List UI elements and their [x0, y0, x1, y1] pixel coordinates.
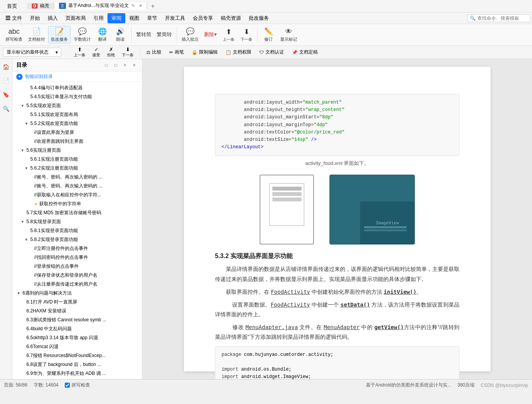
toc-item[interactable]: ▼5.6.2实现注册页面功能 [12, 164, 142, 173]
toc-item[interactable]: ▼5.8.2实现登录页面功能 [12, 235, 142, 244]
toc-item[interactable]: 6.4build 中文乱码问题 [12, 324, 142, 333]
menu-layout[interactable]: 页面布局 [62, 13, 90, 23]
showmark-button[interactable]: 👁 显示标记 [278, 27, 300, 43]
proofread-button[interactable]: 🔊 朗读 [112, 26, 129, 43]
charcount-button[interactable]: 💬 字数统计 [71, 26, 93, 43]
toc-item[interactable]: 6.7报错 Resources$NotFoundExcep... [12, 351, 142, 360]
toc-item[interactable]: 5.7实现 MD5 加密算法存储账号密码 [12, 208, 142, 217]
toc-item[interactable]: 5.6.1实现注册页面功能 [12, 155, 142, 164]
reject-button[interactable]: ✗ 拒绝 [104, 46, 118, 59]
translate-button[interactable]: 🌐 翻译 [94, 26, 111, 43]
toc-item[interactable]: //设置此界面为竖屏 [12, 128, 142, 137]
toc-item[interactable]: 6.5okhttp3 3.14 版本导致 app 闪退 [12, 333, 142, 342]
draw-button[interactable]: ✏ 画笔 [166, 48, 187, 56]
sidebar-ctrl-close[interactable]: × [130, 61, 138, 69]
toc-item[interactable]: 6.8设置了 background 后，button ... [12, 360, 142, 369]
toc-item[interactable]: //立即注册控件的点击事件 [12, 244, 142, 253]
strip-pages-icon[interactable]: 📄 [2, 76, 11, 85]
toc-item[interactable]: 6.6Tomcat 闪退 [12, 342, 142, 351]
toc-spacer [20, 336, 25, 340]
accept-icon: ✓ [94, 47, 99, 52]
doc-rights-button[interactable]: 📋 文档权限 [222, 48, 255, 56]
toc-item[interactable]: 6.9华为、荣耀系列手机开始 ADB 调 ... [12, 369, 142, 378]
prev-comment-button[interactable]: ⬆ 上一条 [220, 27, 237, 43]
toc-item[interactable]: ▼5.8实现登录页面 [12, 217, 142, 226]
spellcheck-button[interactable]: abc 拼写检查 [3, 27, 25, 43]
menu-vip[interactable]: 会员专享 [189, 13, 217, 23]
home-tab[interactable]: 首页 [3, 1, 21, 11]
menu-file[interactable]: ☰ 文件 [2, 13, 26, 23]
menu-view[interactable]: 视图 [125, 13, 143, 23]
toc-item[interactable]: 5.4.5实现订单显示与支付功能 [12, 92, 142, 101]
menu-insert[interactable]: 插入 [44, 13, 62, 23]
toc-sidebar: 目录 □ □ + × ✦ 智能识别目录 5.4.4编与订单列表适配器 5.4.5… [12, 59, 142, 379]
doc-auth-button[interactable]: 🛡 文档认证 [256, 48, 287, 56]
add-tab-button[interactable]: + [147, 3, 158, 10]
spellcheck-input[interactable] [65, 383, 70, 388]
toc-item[interactable]: //登录按钮的点击事件 [12, 262, 142, 271]
menu-devtools[interactable]: 开发工具 [161, 13, 189, 23]
toc-text: //登录按钮的点击事件 [34, 263, 138, 270]
spellcheck-checkbox[interactable]: 拼写检查 [65, 382, 90, 388]
toc-item[interactable]: //找回密码控件的点击事件 [12, 253, 142, 262]
toc-item[interactable]: ★获取控件中的字符串 [12, 199, 142, 208]
toc-item[interactable]: //账号、密码、再次输入密码的 ... [12, 182, 142, 191]
strip-search-icon[interactable]: 🔍 [2, 104, 11, 113]
toc-item[interactable]: 6.1打开 AVD 时一直黑屏 [12, 298, 142, 307]
menu-ref[interactable]: 引用 [90, 13, 107, 23]
tab-doc-close[interactable]: ✕ [139, 3, 142, 8]
strip-home-icon[interactable]: 🏠 [2, 62, 11, 71]
menu-guke[interactable]: 稿壳资源 [217, 13, 245, 23]
show-mark-dropdown[interactable]: 显示标记的最终状态 ▾ [3, 48, 61, 57]
strip-bookmark-icon[interactable]: 🔖 [2, 90, 11, 99]
tab-draft[interactable]: D 稿壳 [27, 3, 54, 9]
toc-spacer [28, 282, 33, 287]
document-area[interactable]: android:layout_width="match_parent" andr… [142, 59, 532, 379]
accept-button[interactable]: ✓ 接受 [89, 46, 103, 59]
menu-start[interactable]: 开始 [26, 13, 44, 23]
insert-comment-button[interactable]: 💬 插入批注 [179, 26, 201, 43]
search-input[interactable] [477, 16, 528, 21]
filecheck-button[interactable]: 📄 文档校对 [26, 26, 47, 43]
toc-item[interactable]: 5.5.1实现欢迎页面布局 [12, 110, 142, 119]
tab-doc-rename[interactable]: ✎ [131, 3, 135, 9]
toc-item[interactable]: //获取输入在相应控件中的字符... [12, 191, 142, 199]
next-track-button[interactable]: ⬇ 下一条 [119, 46, 137, 59]
doc-fix-button[interactable]: 📌 文档定稿 [289, 48, 321, 56]
toc-item[interactable]: 6.10连接不到 tomcat，就连 OnFailur... [12, 378, 142, 379]
toc-item[interactable]: ▼5.5.2实现欢迎页面功能 [12, 119, 142, 128]
sidebar-ctrl-add[interactable]: + [121, 61, 129, 69]
search-box[interactable]: 🔍 [467, 14, 530, 22]
toc-item[interactable]: ▼6遇到的问题与解决方法 [12, 289, 142, 298]
toc-item[interactable]: 6.2HAXM 安装错误 [12, 307, 142, 316]
smart-toc-bar[interactable]: ✦ 智能识别目录 [12, 72, 142, 82]
revise2-button[interactable]: ✏️ 修订 [260, 26, 277, 43]
sidebar-ctrl-collapse[interactable]: □ [102, 61, 110, 69]
compare-button[interactable]: ⚖ 比较 [143, 48, 165, 56]
toc-item[interactable]: 6.3测试类报错 Cannot resolve symb ... [12, 316, 142, 324]
simp-trad-button[interactable]: 繁简转 [154, 30, 174, 40]
prev-track-button[interactable]: ⬆ 上一条 [71, 46, 88, 59]
tab-doc[interactable]: 文 基于Androi...与实现 毕业论文 ✎ ✕ [54, 2, 147, 10]
toc-item[interactable]: 5.4.4编与订单列表适配器 [12, 83, 142, 92]
menu-revise[interactable]: 批改服务 [245, 13, 273, 23]
tab-doc-label: 基于Androi...与实现 毕业论文 [68, 2, 129, 9]
toc-item[interactable]: //保存登录状态和登录的用户名 [12, 271, 142, 280]
trad-simp-button[interactable]: 繁转简 [134, 30, 154, 40]
toc-item[interactable]: ▼5.5实现欢迎页面 [12, 101, 142, 110]
toc-item[interactable]: //账号、密码、再次输入密码的 ... [12, 173, 142, 182]
code-attr: android:layout_width= [244, 100, 303, 105]
next-comment-button[interactable]: ⬇ 下一条 [238, 27, 255, 43]
restrict-edit-button[interactable]: 🔒 限制编辑 [189, 48, 221, 56]
toolbar: abc 拼写检查 📄 文档校对 📝 批改服务 💬 字数统计 🌐 翻译 🔊 朗读 … [0, 24, 532, 46]
toc-item[interactable]: 5.8.1实现登录页面功能 [12, 226, 142, 235]
menu-review[interactable]: 审阅 [107, 13, 125, 23]
lock-icon: 🔒 [192, 50, 198, 55]
toc-item[interactable]: //欢迎界面跳转到主界面 [12, 137, 142, 146]
sidebar-ctrl-expand[interactable]: □ [112, 61, 120, 69]
menu-chapter[interactable]: 章节 [143, 13, 161, 23]
toc-item[interactable]: ▼5.6实现注册页面 [12, 146, 142, 155]
delete-button[interactable]: 删除▾ [202, 30, 219, 40]
revise-button[interactable]: 📝 批改服务 [48, 26, 71, 43]
toc-item[interactable]: //从注册界面传递过来的用户名 [12, 280, 142, 289]
